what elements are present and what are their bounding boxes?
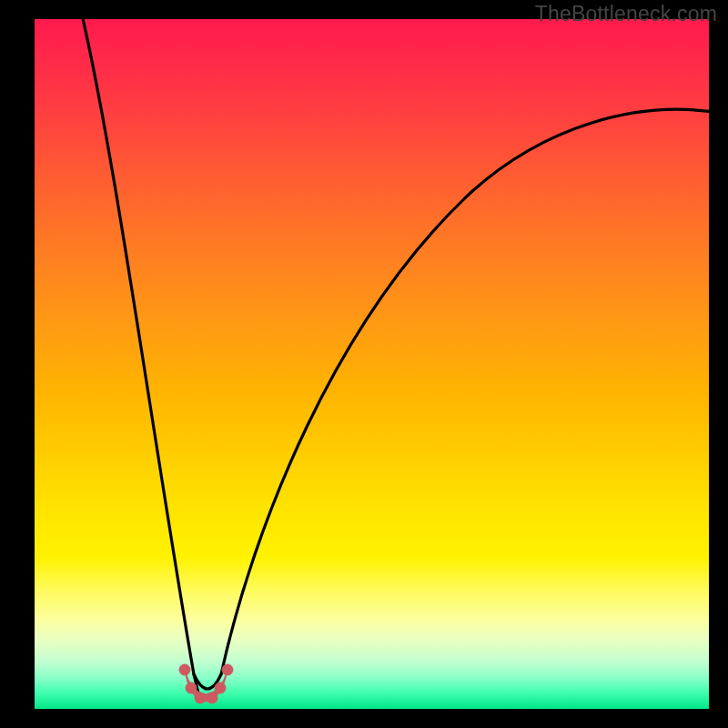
curve-left — [82, 19, 199, 697]
valley-marker-group — [179, 664, 233, 703]
chart-svg — [35, 19, 709, 709]
curve-right — [221, 109, 709, 674]
gradient-plot-area — [35, 19, 709, 709]
watermark-text: TheBottleneck.com — [535, 2, 717, 26]
outer-black-frame: TheBottleneck.com — [0, 0, 728, 728]
